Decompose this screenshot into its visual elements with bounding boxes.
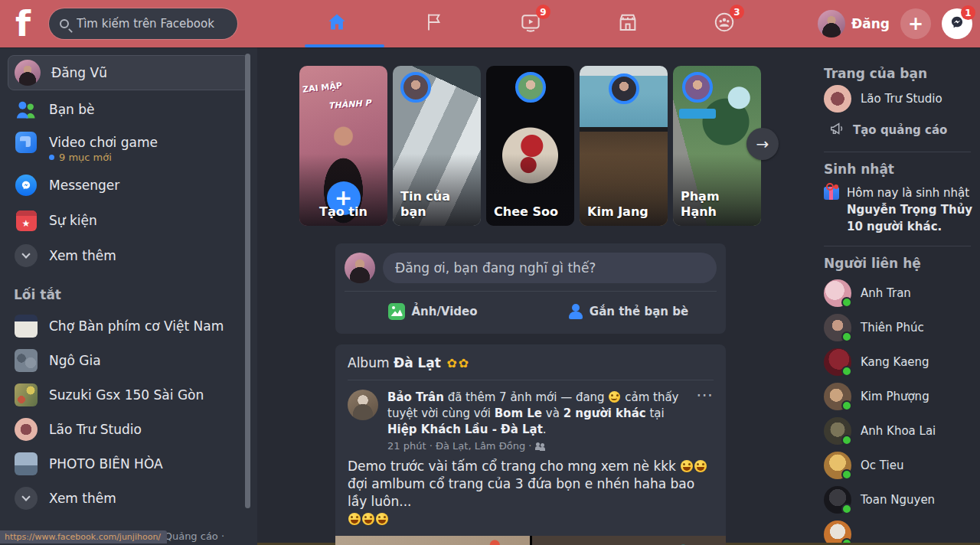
story-card[interactable]: Kim Jang [580,66,668,226]
flower-emoji-icon: ✿ [459,356,469,370]
friends-privacy-icon [535,442,545,450]
laugh-emoji-icon [681,460,693,472]
contact-item[interactable]: Toan Nguyen [824,482,980,517]
shortcut-item[interactable]: Lão Trư Studio [0,412,257,446]
smile-emoji-icon [609,391,620,403]
contact-item[interactable] [824,517,980,545]
contact-item[interactable]: Oc Tieu [824,448,980,482]
contact-name: Toan Nguyen [861,493,935,507]
tab-watch[interactable]: 9 [500,0,561,44]
sidebar-item-profile[interactable]: Đăng Vũ [8,55,250,90]
shortcut-label: PHOTO BIÊN HÒA [49,456,163,472]
post-author-avatar[interactable] [348,390,378,420]
messenger-button[interactable]: 1 [942,8,972,39]
story-label: Chee Soo [494,204,568,220]
story-avatar [609,73,639,104]
shortcut-item[interactable]: Chợ Bàn phím cơ Việt Nam [0,308,257,343]
sidebar-scrollbar[interactable] [245,54,250,508]
watch-badge: 9 [536,5,550,19]
tab-pages[interactable] [403,0,465,44]
your-pages-heading: Trang của bạn [824,66,980,81]
photo-video-button[interactable]: Ảnh/Video [335,292,531,331]
sidebar-item-subtext: 9 mục mới [59,152,112,163]
create-ad-label: Tạo quảng cáo [853,123,947,137]
location-link[interactable]: Hiệp Khách Lầu - Đà Lạt [387,423,543,436]
home-icon [325,11,348,34]
shortcut-thumbnail [14,349,38,372]
story-label: Kim Jang [587,204,662,220]
sidebar-item-messenger[interactable]: Messenger [0,168,257,203]
sidebar-item-events[interactable]: Sự kiện [0,203,257,238]
avatar [824,314,851,341]
avatar[interactable] [345,253,375,283]
gift-icon [824,187,839,200]
create-story-card[interactable]: ZAI MẬP THÀNH P + Tạo tin [299,66,387,226]
profile-chip[interactable]: Đăng [818,10,890,38]
sidebar-item-label: Xem thêm [49,248,116,263]
flower-emoji-icon: ✿ [446,356,456,370]
tag-friends-label: Gắn thẻ bạn bè [590,305,688,318]
tab-marketplace[interactable] [597,0,658,44]
contact-item[interactable]: Kang Kaeng [824,344,980,379]
contact-item[interactable]: Kim Phượng [824,379,980,413]
post-author-link[interactable]: Bảo Trân [387,390,444,404]
shortcut-item[interactable]: Suzuki Gsx 150 Sài Gòn [0,377,257,412]
tag-friends-button[interactable]: Gắn thẻ bạn bè [531,292,726,331]
page-item[interactable]: Lão Trư Studio [824,81,980,116]
gaming-video-icon [14,132,38,153]
create-button[interactable]: + [900,8,931,39]
search-input[interactable] [77,17,222,31]
photo-video-icon [388,303,405,320]
active-tab-underline [305,44,384,47]
contact-item[interactable]: Anh Tran [824,276,980,310]
tab-groups[interactable]: 3 [694,0,755,44]
tagged-others-link[interactable]: 2 người khác [564,406,646,420]
birthday-person-link[interactable]: Nguyễn Trọng Thủy [847,203,972,217]
avatar [15,60,41,86]
facebook-logo[interactable]: f [15,2,31,46]
birthday-others-link[interactable]: 10 người khác. [847,220,942,233]
shortcut-label: Xem thêm [49,491,116,506]
create-ad-button[interactable]: Tạo quảng cáo [824,116,980,144]
album-name: Đà Lạt [394,355,441,370]
shortcut-thumbnail [14,418,38,441]
status-input[interactable] [383,253,717,283]
avatar [824,279,851,307]
contact-item[interactable]: Thiên Phúc [824,310,980,344]
nav-right-cluster: Đăng + 1 [818,0,972,47]
left-sidebar: Đăng Vũ Bạn bè Video chơi game 9 mục mới… [0,47,257,545]
story-card-your-story[interactable]: Tin của bạn [393,66,481,226]
sidebar-item-friends[interactable]: Bạn bè [0,92,257,127]
avatar [824,486,851,514]
tab-home[interactable] [306,0,368,44]
contact-item[interactable]: Anh Khoa Lai [824,413,980,448]
shortcuts-see-more[interactable]: Xem thêm [0,481,257,515]
post-photo[interactable] [532,536,727,545]
contact-name: Anh Khoa Lai [861,424,936,438]
sidebar-item-label: Sự kiện [49,213,97,228]
stories-next-arrow-button[interactable]: → [746,128,779,160]
top-navigation-bar: f 9 3 Đăng + 1 [0,0,980,47]
laugh-emoji-icon [694,460,707,472]
friends-icon [14,100,38,119]
flag-icon [423,11,445,33]
composer-top-row [335,243,726,291]
tagged-friend-link[interactable]: Bom Le [495,406,542,420]
stories-row: ZAI MẬP THÀNH P + Tạo tin Tin của bạn Ch… [299,66,761,226]
post-photo[interactable] [335,536,530,545]
gaming-new-items: 9 mục mới [49,152,257,163]
shortcut-item[interactable]: Ngô Gia [0,343,257,377]
page-name: Lão Trư Studio [861,92,942,106]
divider [824,152,971,152]
birthday-item[interactable]: Hôm nay là sinh nhật Nguyễn Trọng Thủy 1… [824,184,980,235]
album-prefix: Album [348,355,389,370]
post-options-icon[interactable] [696,391,714,399]
post-meta[interactable]: 21 phút · Đà Lạt, Lâm Đồng · [387,440,714,452]
shortcut-item[interactable]: PHOTO BIÊN HÒA [0,446,257,481]
avatar [824,452,851,479]
story-card[interactable]: Chee Soo [486,66,574,226]
sidebar-item-label: Messenger [49,178,119,193]
post-album-title[interactable]: Album Đà Lạt ✿✿ [335,344,726,380]
search-box[interactable] [49,8,237,39]
sidebar-item-see-more[interactable]: Xem thêm [0,238,257,273]
